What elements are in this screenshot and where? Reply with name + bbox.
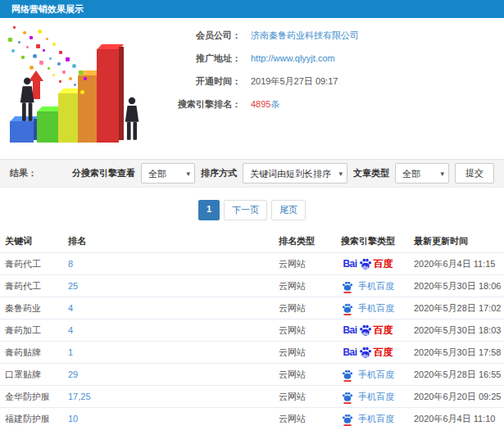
rank-type-cell: 云网站 [279,413,332,425]
rank-link[interactable]: 17,25 [68,392,91,401]
page-header: 网络营销效果展示 [0,0,504,18]
open-time-value: 2019年5月27日 09:17 [251,75,338,87]
ranking-count-label: 搜索引擎排名： [151,98,241,110]
open-time-label: 开通时间： [151,75,241,87]
baidu-logo-icon: Baidu百度 [343,257,393,271]
member-info-panel: 会员公司： 济南秦鲁药业科技有限公司 推广地址： http://www.qlyy… [151,18,504,156]
sort-select[interactable]: 关键词由短到长排序 [243,163,347,184]
page-button-next[interactable]: 下一页 [224,200,267,220]
confetti-dot [66,57,70,61]
update-time-cell: 2020年6月20日 09:25 [404,391,504,403]
header-rank-type: 排名类型 [279,235,332,247]
chart-bar [97,49,119,143]
confetti-dot [43,49,45,52]
page-button-current[interactable]: 1 [198,200,220,220]
engine-cell: 手机百度 [332,280,404,292]
confetti-dot [26,46,29,48]
filter-controls: 分搜索引擎查看 全部 排序方式 关键词由短到长排序 文章类型 全部 提交 [72,163,494,184]
rank-link[interactable]: 4 [68,303,73,313]
confetti-dot [8,38,12,42]
confetti-dot [18,41,20,43]
table-row: 膏药代工8云网站Baidu百度2020年6月4日 11:15 [0,252,504,274]
member-company-label: 会员公司： [151,29,241,41]
rank-link[interactable]: 25 [68,281,78,291]
rank-type-cell: 云网站 [279,369,332,381]
keyword-cell: 膏药加工 [0,324,68,337]
update-time-cell: 2020年5月30日 18:06 [404,280,504,292]
confetti-dot [59,80,61,83]
confetti-dot [80,90,84,94]
submit-button[interactable]: 提交 [455,163,494,184]
engine-cell: 手机百度 [332,391,404,403]
promo-url-link[interactable]: http://www.qlyyjt.com [251,52,335,64]
businessman-silhouette [18,77,36,123]
chart-bar [37,111,58,143]
filter-bar: 结果： 分搜索引擎查看 全部 排序方式 关键词由短到长排序 文章类型 全部 提交 [0,159,504,188]
member-company-link[interactable]: 济南秦鲁药业科技有限公司 [251,29,359,41]
confetti-dot [79,70,83,75]
rank-link[interactable]: 10 [68,414,78,424]
rank-cell: 1 [68,347,279,357]
result-label: 结果： [10,167,37,179]
mobile-baidu-icon: 手机百度 [342,280,394,292]
engine-cell: Baidu百度 [332,324,404,338]
rank-cell: 8 [68,259,279,269]
keyword-cell: 膏药贴牌 [0,347,68,359]
chart-bar [10,121,34,143]
top-section: 会员公司： 济南秦鲁药业科技有限公司 推广地址： http://www.qlyy… [0,18,504,156]
article-select[interactable]: 全部 [395,163,449,184]
confetti-dot [30,36,33,39]
member-company-row: 会员公司： 济南秦鲁药业科技有限公司 [151,29,504,41]
page-button-last[interactable]: 尾页 [271,200,306,220]
engine-select-wrapper: 全部 [141,163,195,184]
table-header-row: 关键词 排名 排名类型 搜索引擎类型 最新更新时间 [0,230,504,252]
engine-select[interactable]: 全部 [141,163,195,184]
businessman-silhouette [123,97,141,142]
mobile-baidu-icon: 手机百度 [342,369,394,381]
ranking-count-suffix: 条 [270,99,279,109]
header-engine-type: 搜索引擎类型 [332,235,404,247]
engine-filter-label: 分搜索引擎查看 [72,167,135,179]
confetti-dot [74,84,76,86]
rank-link[interactable]: 8 [68,259,73,269]
confetti-dot [69,77,72,80]
confetti-dot [21,56,25,59]
rank-cell: 17,25 [68,392,279,401]
rank-type-cell: 云网站 [279,280,332,292]
confetti-dot [72,64,76,68]
rank-cell: 25 [68,281,279,291]
rank-link[interactable]: 1 [68,347,73,357]
confetti-dot [13,26,16,29]
rank-type-cell: 云网站 [279,258,332,270]
keyword-cell: 膏药代工 [0,280,68,292]
confetti-dot [48,67,50,70]
article-filter-label: 文章类型 [353,167,389,179]
sort-filter-label: 排序方式 [201,167,237,179]
update-time-cell: 2020年5月30日 17:58 [404,347,504,359]
confetti-dot [38,29,42,34]
confetti-dot [49,57,52,60]
header-keyword: 关键词 [0,235,68,247]
rank-link[interactable]: 4 [68,325,73,335]
page-title: 网络营销效果展示 [11,4,84,14]
rank-cell: 4 [68,325,279,335]
baidu-logo-icon: Baidu百度 [343,346,393,360]
promo-url-row: 推广地址： http://www.qlyyjt.com [151,52,504,64]
ranking-count-value: 4895条 [251,98,279,110]
keyword-cell: 秦鲁药业 [0,302,68,315]
engine-cell: 手机百度 [332,369,404,381]
rank-cell: 4 [68,303,279,313]
results-table: 关键词 排名 排名类型 搜索引擎类型 最新更新时间 膏药代工8云网站Baidu百… [0,230,504,426]
rank-link[interactable]: 29 [68,369,78,379]
ranking-count-row: 搜索引擎排名： 4895条 [151,98,504,110]
confetti-dot [57,62,61,66]
ranking-count-number: 4895 [251,99,270,109]
rank-type-cell: 云网站 [279,391,332,403]
promo-url-label: 推广地址： [151,52,241,64]
confetti-dot [84,77,87,80]
bar-chart-illustration [2,21,151,152]
confetti-dot [23,31,26,34]
confetti-dot [52,43,56,46]
rank-type-cell: 云网站 [279,302,332,315]
table-row: 膏药加工4云网站Baidu百度2020年5月30日 18:03 [0,319,504,341]
